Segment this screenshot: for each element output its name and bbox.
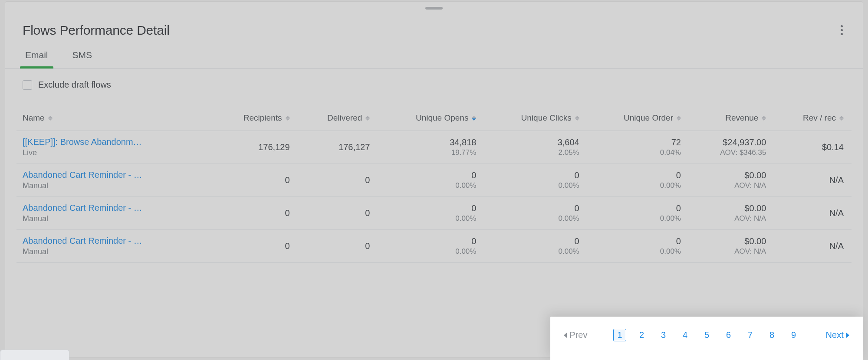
sort-down-icon — [677, 118, 681, 121]
flow-link[interactable]: Abandoned Cart Reminder - … — [23, 236, 161, 246]
tab-email[interactable]: Email — [23, 46, 51, 68]
cell-recipients: 0 — [212, 230, 297, 263]
kebab-dot-icon — [841, 29, 843, 31]
cell-revperrec: N/A — [774, 230, 852, 263]
next-button[interactable]: Next — [826, 330, 849, 340]
flow-link[interactable]: Abandoned Cart Reminder - … — [23, 203, 161, 213]
table-row: Abandoned Cart Reminder - …Manual 0 0 00… — [16, 230, 852, 263]
flow-status: Manual — [23, 247, 204, 256]
sort-up-icon — [839, 116, 844, 118]
pagination: Prev 1 2 3 4 5 6 7 8 9 Next — [550, 317, 863, 360]
cell-opens: 00.00% — [378, 230, 484, 263]
drag-handle-icon[interactable] — [425, 7, 443, 10]
sort-up-icon — [677, 116, 681, 118]
cell-orders: 720.04% — [587, 131, 689, 164]
prev-button[interactable]: Prev — [564, 330, 587, 340]
page-2[interactable]: 2 — [636, 329, 648, 341]
cell-recipients: 0 — [212, 164, 297, 197]
sort-up-icon — [286, 116, 290, 118]
sort-down-icon — [839, 118, 844, 121]
cell-delivered: 0 — [298, 164, 378, 197]
sort-down-icon — [472, 118, 476, 121]
col-rev-per-rec[interactable]: Rev / rec — [774, 105, 852, 131]
page-1[interactable]: 1 — [613, 329, 626, 341]
cell-opens: 00.00% — [378, 164, 484, 197]
cell-revperrec: N/A — [774, 197, 852, 230]
sort-down-icon — [762, 118, 766, 121]
cell-opens: 00.00% — [378, 197, 484, 230]
flow-link[interactable]: Abandoned Cart Reminder - … — [23, 170, 161, 180]
channel-tabs: Email SMS — [5, 46, 863, 69]
tab-sms[interactable]: SMS — [70, 46, 95, 68]
cell-revenue: $0.00AOV: N/A — [689, 197, 774, 230]
flow-status: Manual — [23, 214, 204, 223]
browser-tab-stub — [0, 350, 69, 360]
col-unique-clicks[interactable]: Unique Clicks — [484, 105, 587, 131]
kebab-dot-icon — [841, 33, 843, 35]
cell-opens: 34,81819.77% — [378, 131, 484, 164]
cell-delivered: 0 — [298, 230, 378, 263]
cell-clicks: 3,6042.05% — [484, 131, 587, 164]
sort-up-icon — [575, 116, 579, 118]
col-recipients[interactable]: Recipients — [212, 105, 297, 131]
cell-revenue: $0.00AOV: N/A — [689, 230, 774, 263]
more-options-button[interactable] — [838, 23, 845, 38]
flow-status: Live — [23, 148, 204, 157]
cell-clicks: 00.00% — [484, 197, 587, 230]
cell-recipients: 0 — [212, 197, 297, 230]
sort-up-icon — [365, 116, 370, 118]
table-row: [[KEEP]]: Browse Abandonm…Live 176,129 1… — [16, 131, 852, 164]
sort-down-icon — [286, 118, 290, 121]
cell-orders: 00.00% — [587, 164, 689, 197]
sort-down-icon — [48, 118, 53, 121]
cell-orders: 00.00% — [587, 230, 689, 263]
col-unique-opens[interactable]: Unique Opens — [378, 105, 484, 131]
cell-revenue: $0.00AOV: N/A — [689, 164, 774, 197]
exclude-draft-checkbox[interactable] — [23, 80, 32, 90]
page-4[interactable]: 4 — [679, 329, 691, 341]
page-8[interactable]: 8 — [766, 329, 778, 341]
page-9[interactable]: 9 — [788, 329, 800, 341]
cell-revenue: $24,937.00AOV: $346.35 — [689, 131, 774, 164]
cell-clicks: 00.00% — [484, 164, 587, 197]
col-name[interactable]: Name — [16, 105, 212, 131]
cell-recipients: 176,129 — [212, 131, 297, 164]
sort-up-icon — [48, 116, 53, 118]
sort-down-icon — [575, 118, 579, 121]
page-6[interactable]: 6 — [723, 329, 735, 341]
exclude-draft-label: Exclude draft flows — [38, 80, 111, 90]
chevron-right-icon — [846, 333, 849, 338]
col-unique-order[interactable]: Unique Order — [587, 105, 689, 131]
page-3[interactable]: 3 — [658, 329, 670, 341]
page-5[interactable]: 5 — [701, 329, 713, 341]
cell-revperrec: N/A — [774, 164, 852, 197]
sort-down-icon — [365, 118, 370, 121]
kebab-dot-icon — [841, 25, 843, 27]
flows-table: Name Recipients Delivered Unique Opens U… — [16, 105, 852, 263]
flows-performance-panel: Flows Performance Detail Email SMS Exclu… — [5, 2, 863, 357]
cell-orders: 00.00% — [587, 197, 689, 230]
page-7[interactable]: 7 — [744, 329, 756, 341]
col-delivered[interactable]: Delivered — [298, 105, 378, 131]
page-title: Flows Performance Detail — [23, 23, 170, 38]
cell-clicks: 00.00% — [484, 230, 587, 263]
table-row: Abandoned Cart Reminder - …Manual 0 0 00… — [16, 164, 852, 197]
cell-delivered: 176,127 — [298, 131, 378, 164]
flow-status: Manual — [23, 181, 204, 190]
sort-up-icon — [472, 116, 476, 118]
flow-link[interactable]: [[KEEP]]: Browse Abandonm… — [23, 137, 161, 147]
sort-up-icon — [762, 116, 766, 118]
chevron-left-icon — [564, 333, 567, 338]
col-revenue[interactable]: Revenue — [689, 105, 774, 131]
cell-revperrec: $0.14 — [774, 131, 852, 164]
cell-delivered: 0 — [298, 197, 378, 230]
table-row: Abandoned Cart Reminder - …Manual 0 0 00… — [16, 197, 852, 230]
